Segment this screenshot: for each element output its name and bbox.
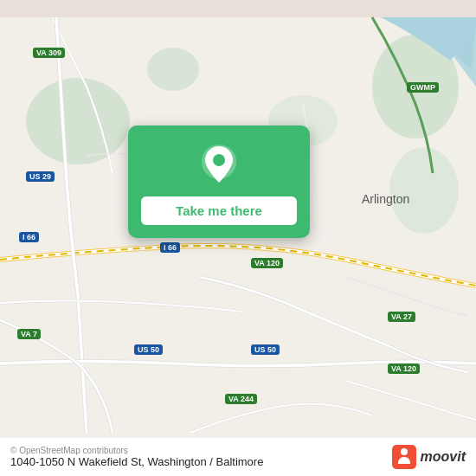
map-pin-icon <box>196 143 241 188</box>
road-shield: US 50 <box>134 344 163 355</box>
svg-point-3 <box>389 147 459 234</box>
svg-point-4 <box>147 48 199 91</box>
road-shield: VA 120 <box>251 258 283 268</box>
road-shield: I 66 <box>19 232 39 242</box>
road-shield: VA 27 <box>388 312 415 322</box>
map-container: Arlington VA 309US 29I 66I 66VA 120VA 7U… <box>0 0 476 476</box>
road-shield: VA 244 <box>225 394 257 404</box>
map-svg: Arlington <box>0 0 476 476</box>
address-section: © OpenStreetMap contributors 1040-1050 N… <box>10 446 263 468</box>
location-card: Take me there <box>128 125 310 238</box>
road-shield: US 29 <box>26 171 55 182</box>
svg-text:Arlington: Arlington <box>362 192 409 206</box>
road-shield: VA 309 <box>33 48 65 58</box>
road-shield: GWMP <box>407 82 439 93</box>
address-text: 1040-1050 N Wakefield St, Washington / B… <box>10 455 263 468</box>
bottom-bar: © OpenStreetMap contributors 1040-1050 N… <box>0 437 476 476</box>
moovit-logo: moovit <box>392 445 466 469</box>
road-shield: VA 7 <box>17 329 41 339</box>
road-shield: VA 120 <box>388 363 420 374</box>
svg-point-8 <box>213 154 225 166</box>
take-me-there-button[interactable]: Take me there <box>141 196 297 225</box>
svg-point-1 <box>26 78 130 164</box>
moovit-icon <box>392 445 416 469</box>
moovit-text: moovit <box>421 449 466 465</box>
road-shield: US 50 <box>251 344 280 355</box>
svg-point-10 <box>401 448 408 455</box>
road-shield: I 66 <box>160 242 180 253</box>
copyright-text: © OpenStreetMap contributors <box>10 446 263 455</box>
